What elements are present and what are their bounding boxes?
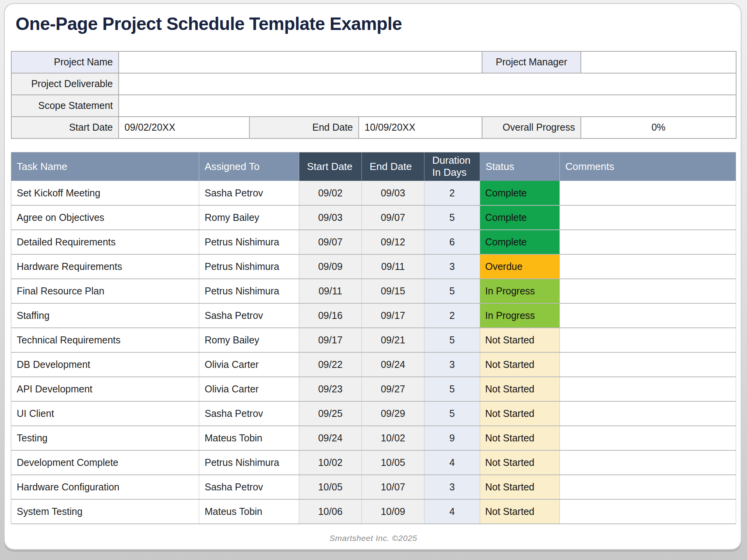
end-date-cell[interactable]: 09/03 <box>362 181 424 205</box>
status-cell[interactable]: In Progress <box>480 279 560 303</box>
status-cell[interactable]: Complete <box>480 205 560 230</box>
status-cell[interactable]: Not Started <box>480 475 560 499</box>
duration-cell[interactable]: 4 <box>424 450 480 475</box>
duration-cell[interactable]: 5 <box>424 377 480 401</box>
duration-cell[interactable]: 5 <box>424 279 480 303</box>
task-name-cell[interactable]: Final Resource Plan <box>11 279 199 303</box>
comments-cell[interactable] <box>560 328 736 352</box>
status-cell[interactable]: Not Started <box>480 499 560 524</box>
assigned-to-cell[interactable]: Sasha Petrov <box>199 401 299 426</box>
assigned-to-cell[interactable]: Mateus Tobin <box>199 426 299 450</box>
assigned-to-cell[interactable]: Mateus Tobin <box>199 499 299 524</box>
assigned-to-cell[interactable]: Sasha Petrov <box>199 475 299 499</box>
task-name-cell[interactable]: UI Client <box>11 401 199 426</box>
status-cell[interactable]: Not Started <box>480 450 560 475</box>
comments-cell[interactable] <box>560 377 736 401</box>
comments-cell[interactable] <box>560 352 736 377</box>
task-name-cell[interactable]: Development Complete <box>11 450 199 475</box>
assigned-to-cell[interactable]: Sasha Petrov <box>199 303 299 328</box>
task-name-cell[interactable]: Hardware Configuration <box>11 475 199 499</box>
end-date-cell[interactable]: 09/17 <box>362 303 424 328</box>
end-date-cell[interactable]: 10/02 <box>362 426 424 450</box>
duration-cell[interactable]: 2 <box>424 303 480 328</box>
assigned-to-cell[interactable]: Petrus Nishimura <box>199 254 299 279</box>
start-date-cell[interactable]: 09/11 <box>299 279 362 303</box>
start-date-cell[interactable]: 09/07 <box>299 230 362 254</box>
duration-cell[interactable]: 5 <box>424 401 480 426</box>
project-manager-field[interactable] <box>581 51 736 73</box>
start-date-cell[interactable]: 10/05 <box>299 475 362 499</box>
comments-cell[interactable] <box>560 181 736 205</box>
duration-cell[interactable]: 6 <box>424 230 480 254</box>
end-date-cell[interactable]: 10/05 <box>362 450 424 475</box>
task-name-cell[interactable]: Agree on Objectives <box>11 205 199 230</box>
duration-cell[interactable]: 2 <box>424 181 480 205</box>
status-cell[interactable]: Not Started <box>480 377 560 401</box>
duration-cell[interactable]: 3 <box>424 352 480 377</box>
start-date-cell[interactable]: 09/16 <box>299 303 362 328</box>
status-cell[interactable]: Not Started <box>480 401 560 426</box>
status-cell[interactable]: Complete <box>480 181 560 205</box>
end-date-cell[interactable]: 10/07 <box>362 475 424 499</box>
assigned-to-cell[interactable]: Romy Bailey <box>199 205 299 230</box>
overall-progress-field[interactable]: 0% <box>581 117 736 138</box>
start-date-cell[interactable]: 09/02 <box>299 181 362 205</box>
assigned-to-cell[interactable]: Petrus Nishimura <box>199 230 299 254</box>
start-date-cell[interactable]: 09/25 <box>299 401 362 426</box>
status-cell[interactable]: Overdue <box>480 254 560 279</box>
end-date-cell[interactable]: 09/12 <box>362 230 424 254</box>
task-name-cell[interactable]: Staffing <box>11 303 199 328</box>
status-cell[interactable]: Complete <box>480 230 560 254</box>
duration-cell[interactable]: 9 <box>424 426 480 450</box>
comments-cell[interactable] <box>560 205 736 230</box>
comments-cell[interactable] <box>560 279 736 303</box>
start-date-cell[interactable]: 10/02 <box>299 450 362 475</box>
comments-cell[interactable] <box>560 401 736 426</box>
comments-cell[interactable] <box>560 426 736 450</box>
comments-cell[interactable] <box>560 230 736 254</box>
task-name-cell[interactable]: Set Kickoff Meeting <box>11 181 199 205</box>
start-date-cell[interactable]: 09/23 <box>299 377 362 401</box>
end-date-cell[interactable]: 09/29 <box>362 401 424 426</box>
status-cell[interactable]: Not Started <box>480 328 560 352</box>
project-name-field[interactable] <box>119 51 482 73</box>
assigned-to-cell[interactable]: Olivia Carter <box>199 352 299 377</box>
assigned-to-cell[interactable]: Romy Bailey <box>199 328 299 352</box>
duration-cell[interactable]: 4 <box>424 499 480 524</box>
start-date-cell[interactable]: 09/22 <box>299 352 362 377</box>
duration-cell[interactable]: 5 <box>424 205 480 230</box>
end-date-cell[interactable]: 09/24 <box>362 352 424 377</box>
end-date-cell[interactable]: 09/07 <box>362 205 424 230</box>
end-date-field[interactable]: 10/09/20XX <box>359 117 482 138</box>
start-date-cell[interactable]: 09/03 <box>299 205 362 230</box>
start-date-cell[interactable]: 09/17 <box>299 328 362 352</box>
task-name-cell[interactable]: Hardware Requirements <box>11 254 199 279</box>
task-name-cell[interactable]: System Testing <box>11 499 199 524</box>
comments-cell[interactable] <box>560 475 736 499</box>
scope-statement-field[interactable] <box>119 95 736 117</box>
task-name-cell[interactable]: API Development <box>11 377 199 401</box>
start-date-field[interactable]: 09/02/20XX <box>119 117 249 138</box>
start-date-cell[interactable]: 09/09 <box>299 254 362 279</box>
duration-cell[interactable]: 3 <box>424 475 480 499</box>
comments-cell[interactable] <box>560 254 736 279</box>
comments-cell[interactable] <box>560 303 736 328</box>
task-name-cell[interactable]: Technical Requirements <box>11 328 199 352</box>
end-date-cell[interactable]: 10/09 <box>362 499 424 524</box>
comments-cell[interactable] <box>560 450 736 475</box>
task-name-cell[interactable]: Testing <box>11 426 199 450</box>
task-name-cell[interactable]: DB Development <box>11 352 199 377</box>
comments-cell[interactable] <box>560 499 736 524</box>
status-cell[interactable]: Not Started <box>480 352 560 377</box>
end-date-cell[interactable]: 09/15 <box>362 279 424 303</box>
start-date-cell[interactable]: 09/24 <box>299 426 362 450</box>
status-cell[interactable]: In Progress <box>480 303 560 328</box>
start-date-cell[interactable]: 10/06 <box>299 499 362 524</box>
assigned-to-cell[interactable]: Sasha Petrov <box>199 181 299 205</box>
duration-cell[interactable]: 3 <box>424 254 480 279</box>
assigned-to-cell[interactable]: Olivia Carter <box>199 377 299 401</box>
end-date-cell[interactable]: 09/11 <box>362 254 424 279</box>
end-date-cell[interactable]: 09/21 <box>362 328 424 352</box>
task-name-cell[interactable]: Detailed Requirements <box>11 230 199 254</box>
duration-cell[interactable]: 5 <box>424 328 480 352</box>
